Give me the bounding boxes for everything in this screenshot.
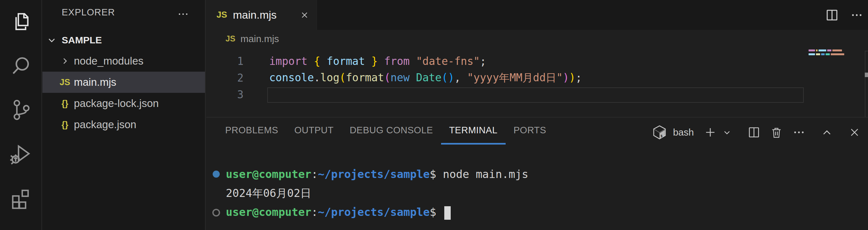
editor-more-actions-icon[interactable] bbox=[851, 9, 863, 21]
explorer-item-main.mjs[interactable]: JSmain.mjs bbox=[42, 72, 205, 93]
panel-tab-output[interactable]: OUTPUT bbox=[286, 118, 341, 144]
panel-tabs: PROBLEMSOUTPUTDEBUG CONSOLETERMINALPORTS bbox=[217, 118, 554, 147]
files-icon bbox=[10, 11, 31, 33]
panel-tab-problems[interactable]: PROBLEMS bbox=[217, 118, 286, 144]
minimap-token bbox=[826, 53, 830, 55]
explorer-file-tree: node_modulesJSmain.mjs{}package-lock.jso… bbox=[42, 51, 205, 135]
breadcrumb: JS main.mjs bbox=[206, 30, 868, 47]
code-token: Date bbox=[416, 71, 441, 84]
activity-item-files[interactable] bbox=[0, 0, 41, 44]
terminal-text: user@computer:~/projects/sample$ node ma… bbox=[226, 168, 528, 180]
minimap-token bbox=[816, 53, 820, 55]
terminal-segment: : bbox=[311, 206, 318, 219]
file-label: package.json bbox=[74, 119, 136, 131]
split-terminal-icon[interactable] bbox=[748, 126, 760, 138]
json-file-icon: {} bbox=[57, 99, 73, 108]
code-token: ) bbox=[569, 71, 576, 84]
bash-terminal-icon[interactable]: $ bbox=[652, 125, 667, 140]
current-line-highlight bbox=[267, 87, 804, 103]
sidebar-explorer: EXPLORER SAMPLE node_modulesJSmain.mjs{}… bbox=[42, 0, 206, 230]
code-token: ( bbox=[340, 71, 346, 84]
run-debug-icon bbox=[9, 143, 32, 166]
explorer-item-package.json[interactable]: {}package.json bbox=[42, 114, 205, 135]
minimap-token bbox=[827, 50, 831, 52]
code-token: , bbox=[454, 71, 467, 84]
panel-actions: $ bash bbox=[652, 125, 860, 140]
code-token: format bbox=[346, 71, 384, 84]
svg-text:$: $ bbox=[660, 134, 663, 138]
maximize-panel-chevron-up-icon[interactable] bbox=[821, 127, 833, 138]
extensions-icon bbox=[10, 187, 31, 209]
code-line: 2console.log(format(new Date(), "yyyy年MM… bbox=[206, 69, 868, 86]
line-number: 1 bbox=[206, 55, 244, 67]
minimap-token bbox=[821, 53, 825, 55]
panel-more-actions-icon[interactable] bbox=[793, 126, 805, 138]
command-pending-decoration-icon[interactable] bbox=[212, 209, 220, 217]
split-editor-icon[interactable] bbox=[826, 9, 838, 22]
code-token: console bbox=[269, 71, 314, 84]
tab-label: main.mjs bbox=[233, 9, 277, 21]
chevron-down-icon bbox=[47, 35, 57, 45]
activity-item-extensions[interactable] bbox=[0, 176, 41, 220]
panel-tab-terminal[interactable]: TERMINAL bbox=[441, 118, 506, 144]
code-token: . bbox=[314, 71, 320, 84]
terminal-segment: ~/projects/sample bbox=[318, 168, 430, 180]
terminal-row: user@computer:~/projects/sample$ bbox=[206, 203, 868, 222]
activity-item-search[interactable] bbox=[0, 44, 41, 88]
scrollbar-thumb[interactable] bbox=[865, 73, 868, 77]
code-token: "yyyy年MM月dd日" bbox=[467, 71, 563, 84]
code-token: ; bbox=[480, 55, 486, 67]
explorer-item-package-lock.json[interactable]: {}package-lock.json bbox=[42, 93, 205, 114]
panel-tab-debug-console[interactable]: DEBUG CONSOLE bbox=[341, 118, 441, 144]
panel-tab-ports[interactable]: PORTS bbox=[506, 118, 555, 144]
code-token: ) bbox=[448, 71, 454, 84]
explorer-title: EXPLORER bbox=[62, 7, 115, 18]
code-text: console.log(format(new Date(), "yyyy年MM月… bbox=[269, 71, 582, 85]
tab-close-icon[interactable] bbox=[300, 10, 309, 20]
explorer-section-header[interactable]: SAMPLE bbox=[42, 33, 205, 47]
close-panel-icon[interactable] bbox=[849, 127, 860, 138]
explorer-item-node_modules[interactable]: node_modules bbox=[42, 51, 205, 72]
code-token: from bbox=[378, 55, 416, 67]
activity-item-source-control[interactable] bbox=[0, 88, 41, 132]
tab-main-mjs[interactable]: JS main.mjs bbox=[206, 0, 317, 30]
explorer-more-actions-icon[interactable] bbox=[177, 8, 189, 20]
code-token: { bbox=[314, 55, 320, 67]
js-file-icon: JS bbox=[57, 77, 73, 87]
code-token: new bbox=[391, 71, 410, 84]
editor-scrollbar[interactable] bbox=[865, 51, 868, 117]
explorer-title-row: EXPLORER bbox=[42, 6, 205, 20]
source-control-icon bbox=[10, 99, 31, 122]
minimap-line bbox=[809, 53, 845, 55]
terminal-segment: 2024年06月02日 bbox=[226, 187, 311, 199]
code-token: "date-fns" bbox=[416, 55, 480, 67]
breadcrumb-file-label[interactable]: main.mjs bbox=[241, 33, 279, 44]
code-token: } bbox=[371, 55, 378, 67]
minimap-line bbox=[809, 50, 845, 52]
file-label: node_modules bbox=[74, 55, 144, 67]
terminal-segment: $ bbox=[430, 168, 443, 180]
terminal-segment: user@computer bbox=[226, 206, 311, 219]
terminal-row: 2024年06月02日 bbox=[206, 184, 868, 203]
code-editor[interactable]: 1import { format } from "date-fns";2cons… bbox=[206, 47, 868, 117]
minimap[interactable] bbox=[809, 50, 845, 57]
kill-terminal-trash-icon[interactable] bbox=[770, 126, 782, 138]
terminal-dropdown-chevron-icon[interactable] bbox=[722, 128, 732, 137]
shell-label[interactable]: bash bbox=[673, 127, 694, 138]
command-success-decoration-icon[interactable] bbox=[213, 171, 220, 178]
js-file-icon: JS bbox=[217, 10, 227, 20]
terminal-output[interactable]: user@computer:~/projects/sample$ node ma… bbox=[206, 164, 868, 222]
code-token: ) bbox=[563, 71, 569, 84]
terminal-gutter bbox=[206, 171, 226, 178]
chevron-right-icon bbox=[57, 57, 73, 66]
code-token: log bbox=[320, 71, 340, 84]
activity-bar bbox=[0, 0, 42, 230]
js-file-icon: JS bbox=[225, 34, 236, 43]
line-number: 3 bbox=[206, 88, 244, 101]
activity-item-run-debug[interactable] bbox=[0, 132, 41, 176]
minimap-token bbox=[809, 53, 815, 55]
vscode-window: EXPLORER SAMPLE node_modulesJSmain.mjs{}… bbox=[0, 0, 868, 230]
code-token bbox=[410, 71, 416, 84]
new-terminal-icon[interactable] bbox=[704, 126, 716, 138]
code-line: 1import { format } from "date-fns"; bbox=[206, 53, 868, 69]
